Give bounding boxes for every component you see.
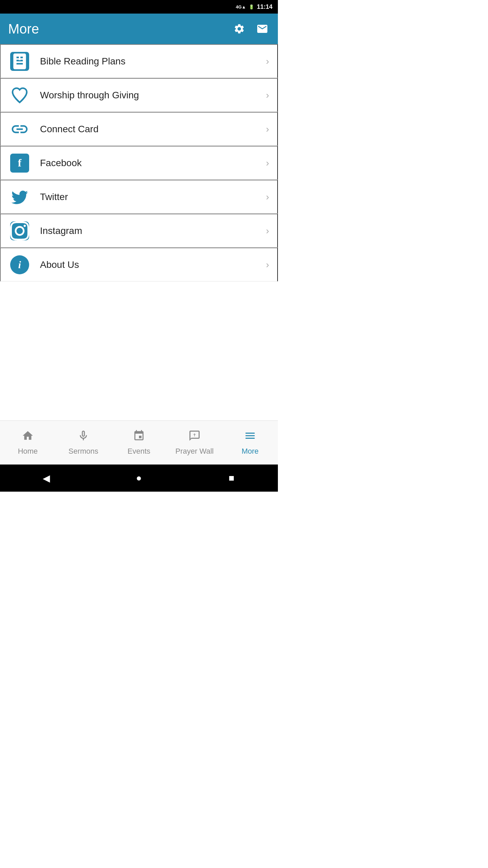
- back-button[interactable]: ◀: [36, 471, 57, 485]
- nav-home[interactable]: Home: [0, 421, 56, 465]
- nav-prayer-wall-label: Prayer Wall: [176, 447, 214, 456]
- twitter-label: Twitter: [40, 192, 266, 202]
- menu-item-facebook[interactable]: f Facebook ›: [0, 146, 278, 180]
- menu-item-about-us[interactable]: i About Us ›: [0, 248, 278, 281]
- info-icon: i: [10, 255, 29, 274]
- app-header: More: [0, 14, 278, 44]
- chevron-icon: ›: [266, 56, 269, 67]
- status-bar: 4G▲ 🔋 11:14: [0, 0, 278, 14]
- bible-icon: [10, 52, 29, 71]
- signal-indicator: 4G▲: [236, 4, 246, 9]
- svg-text:✝: ✝: [193, 433, 196, 437]
- home-button[interactable]: ●: [129, 471, 149, 485]
- connect-card-label: Connect Card: [40, 124, 266, 135]
- home-icon: [22, 430, 34, 445]
- nav-home-label: Home: [18, 447, 38, 456]
- gear-icon: [233, 23, 245, 35]
- more-icon: [244, 430, 256, 445]
- settings-button[interactable]: [232, 21, 247, 36]
- menu-item-worship-through-giving[interactable]: Worship through Giving ›: [0, 78, 278, 112]
- bible-reading-plans-label: Bible Reading Plans: [40, 56, 266, 67]
- mail-icon: [256, 23, 268, 35]
- chevron-icon: ›: [266, 225, 269, 236]
- nav-sermons-label: Sermons: [68, 447, 98, 456]
- menu-item-instagram[interactable]: Instagram ›: [0, 214, 278, 248]
- battery-indicator: 🔋: [249, 4, 254, 9]
- facebook-icon: f: [10, 154, 29, 173]
- recent-button[interactable]: ■: [221, 471, 242, 485]
- sermons-icon: [77, 430, 89, 445]
- nav-events[interactable]: Events: [111, 421, 167, 465]
- page-title: More: [8, 21, 39, 37]
- chevron-icon: ›: [266, 158, 269, 169]
- nav-more-label: More: [242, 447, 259, 456]
- facebook-label: Facebook: [40, 158, 266, 169]
- menu-item-connect-card[interactable]: Connect Card ›: [0, 112, 278, 146]
- instagram-icon: [10, 221, 29, 240]
- mail-button[interactable]: [255, 21, 270, 36]
- header-actions: [232, 21, 270, 36]
- time-display: 11:14: [257, 3, 272, 11]
- nav-more[interactable]: More: [222, 421, 278, 465]
- nav-sermons[interactable]: Sermons: [56, 421, 111, 465]
- chevron-icon: ›: [266, 90, 269, 101]
- prayer-wall-icon: ✝: [188, 430, 201, 445]
- menu-list: Bible Reading Plans › Worship through Gi…: [0, 44, 278, 420]
- chain-icon: [10, 120, 29, 139]
- twitter-icon: [10, 188, 29, 206]
- instagram-label: Instagram: [40, 225, 266, 236]
- about-us-label: About Us: [40, 259, 266, 270]
- bottom-navigation: Home Sermons Events ✝ Prayer Wall: [0, 420, 278, 465]
- nav-events-label: Events: [127, 447, 150, 456]
- android-nav-bar: ◀ ● ■: [0, 465, 278, 492]
- menu-item-twitter[interactable]: Twitter ›: [0, 180, 278, 214]
- heart-icon: [10, 86, 29, 105]
- menu-item-bible-reading-plans[interactable]: Bible Reading Plans ›: [0, 44, 278, 78]
- chevron-icon: ›: [266, 259, 269, 270]
- events-icon: [133, 430, 145, 445]
- nav-prayer-wall[interactable]: ✝ Prayer Wall: [167, 421, 222, 465]
- worship-giving-label: Worship through Giving: [40, 90, 266, 101]
- chevron-icon: ›: [266, 192, 269, 202]
- chevron-icon: ›: [266, 124, 269, 135]
